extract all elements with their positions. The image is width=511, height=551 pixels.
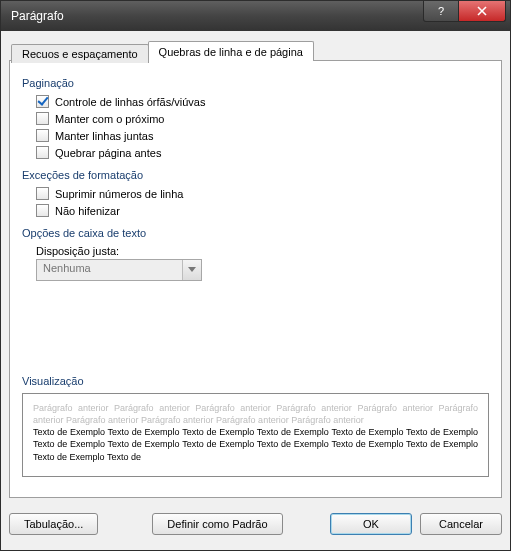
label-widow-control: Controle de linhas órfãs/viúvas <box>55 96 205 108</box>
row-keep-with-next[interactable]: Manter com o próximo <box>36 112 489 125</box>
tab-line-page-breaks[interactable]: Quebras de linha e de página <box>148 41 314 61</box>
group-pagination-label: Paginação <box>22 77 489 89</box>
label-keep-with-next: Manter com o próximo <box>55 113 164 125</box>
window-controls: ? <box>424 1 506 22</box>
label-dont-hyphenate: Não hifenizar <box>55 205 120 217</box>
preview-box: Parágrafo anterior Parágrafo anterior Pa… <box>22 393 489 477</box>
row-widow-control[interactable]: Controle de linhas órfãs/viúvas <box>36 95 489 108</box>
row-dont-hyphenate[interactable]: Não hifenizar <box>36 204 489 217</box>
tab-indents-spacing[interactable]: Recuos e espaçamento <box>11 44 149 63</box>
label-suppress-line-numbers: Suprimir números de linha <box>55 188 183 200</box>
title-bar: Parágrafo ? <box>1 1 510 31</box>
chevron-down-icon <box>188 267 196 273</box>
button-bar: Tabulação... Definir como Padrão OK Canc… <box>9 506 502 542</box>
select-tight-wrap[interactable]: Nenhuma <box>36 259 202 281</box>
row-page-break-before[interactable]: Quebrar página antes <box>36 146 489 159</box>
label-tight-wrap: Disposição justa: <box>36 245 489 257</box>
group-preview-label: Visualização <box>22 375 489 387</box>
preview-sample-text: Texto de Exemplo Texto de Exemplo Texto … <box>33 426 478 462</box>
checkbox-dont-hyphenate[interactable] <box>36 204 49 217</box>
tab-panel: Paginação Controle de linhas órfãs/viúva… <box>9 60 502 498</box>
ok-button[interactable]: OK <box>330 513 412 535</box>
tabs-button[interactable]: Tabulação... <box>9 513 98 535</box>
row-keep-lines-together[interactable]: Manter linhas juntas <box>36 129 489 142</box>
checkbox-keep-lines-together[interactable] <box>36 129 49 142</box>
checkbox-widow-control[interactable] <box>36 95 49 108</box>
dialog-paragraph: Parágrafo ? Recuos e espaçamento Quebras… <box>0 0 511 551</box>
window-title: Parágrafo <box>1 9 64 23</box>
close-icon <box>477 6 487 16</box>
label-keep-lines-together: Manter linhas juntas <box>55 130 153 142</box>
cancel-button[interactable]: Cancelar <box>420 513 502 535</box>
help-button[interactable]: ? <box>423 1 459 22</box>
client-area: Recuos e espaçamento Quebras de linha e … <box>9 39 502 542</box>
preview-previous-text: Parágrafo anterior Parágrafo anterior Pa… <box>33 402 478 426</box>
label-page-break-before: Quebrar página antes <box>55 147 161 159</box>
row-suppress-line-numbers[interactable]: Suprimir números de linha <box>36 187 489 200</box>
group-textbox-options-label: Opções de caixa de texto <box>22 227 489 239</box>
set-as-default-button[interactable]: Definir como Padrão <box>152 513 282 535</box>
checkbox-keep-with-next[interactable] <box>36 112 49 125</box>
select-tight-wrap-button[interactable] <box>182 260 201 280</box>
checkbox-page-break-before[interactable] <box>36 146 49 159</box>
group-formatting-exceptions-label: Exceções de formatação <box>22 169 489 181</box>
svg-marker-2 <box>188 267 196 272</box>
select-tight-wrap-value: Nenhuma <box>37 260 182 280</box>
close-button[interactable] <box>458 1 506 22</box>
tab-strip: Recuos e espaçamento Quebras de linha e … <box>9 39 502 61</box>
checkbox-suppress-line-numbers[interactable] <box>36 187 49 200</box>
